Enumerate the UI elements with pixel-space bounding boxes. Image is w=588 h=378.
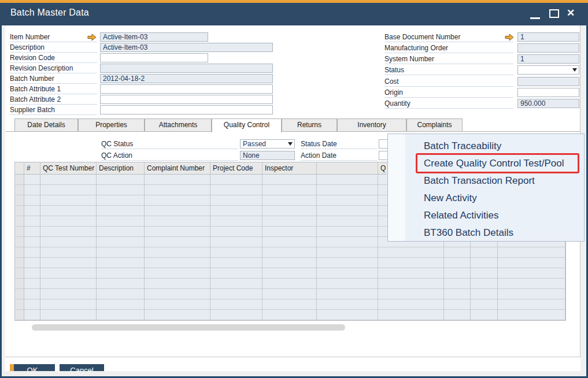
table-cell[interactable] xyxy=(97,279,145,289)
row-selector[interactable] xyxy=(15,237,24,247)
table-cell[interactable] xyxy=(471,247,498,258)
table-cell[interactable] xyxy=(317,237,378,247)
row-selector[interactable] xyxy=(15,258,24,268)
table-cell[interactable] xyxy=(498,279,565,289)
row-selector[interactable] xyxy=(15,268,24,279)
table-cell[interactable] xyxy=(97,175,145,185)
table-cell[interactable] xyxy=(498,247,565,258)
table-cell[interactable] xyxy=(262,175,317,185)
table-cell[interactable] xyxy=(145,258,210,268)
table-cell[interactable] xyxy=(24,247,40,258)
table-cell[interactable] xyxy=(444,247,471,258)
menu-item-new-activity[interactable]: New Activity xyxy=(424,190,477,207)
revision-code-field[interactable] xyxy=(100,53,208,62)
table-cell[interactable] xyxy=(40,195,97,206)
table-cell[interactable] xyxy=(145,175,210,185)
table-cell[interactable] xyxy=(40,258,97,268)
table-cell[interactable] xyxy=(444,279,471,289)
menu-item-batch-traceability[interactable]: Batch Traceability xyxy=(424,138,501,155)
table-cell[interactable] xyxy=(40,310,97,320)
table-cell[interactable] xyxy=(210,247,262,258)
batch-attribute-2-field[interactable] xyxy=(100,95,273,104)
table-cell[interactable] xyxy=(24,237,40,247)
table-cell[interactable] xyxy=(40,289,97,299)
status-dropdown[interactable] xyxy=(517,65,579,75)
table-cell[interactable] xyxy=(210,227,262,237)
table-cell[interactable] xyxy=(210,216,262,227)
table-cell[interactable] xyxy=(262,195,317,206)
table-cell[interactable] xyxy=(97,195,145,206)
table-cell[interactable] xyxy=(317,279,378,289)
table-cell[interactable] xyxy=(378,299,444,310)
table-cell[interactable] xyxy=(145,247,210,258)
row-selector[interactable] xyxy=(15,175,24,185)
table-cell[interactable] xyxy=(262,206,317,216)
table-cell[interactable] xyxy=(317,268,378,279)
table-cell[interactable] xyxy=(145,310,210,320)
table-cell[interactable] xyxy=(317,195,378,206)
table-cell[interactable] xyxy=(378,279,444,289)
table-cell[interactable] xyxy=(145,289,210,299)
qc-action-field[interactable]: None xyxy=(240,151,295,160)
batch-attribute-1-field[interactable] xyxy=(100,84,273,94)
table-cell[interactable] xyxy=(262,237,317,247)
table-cell[interactable] xyxy=(40,206,97,216)
table-cell[interactable] xyxy=(262,185,317,195)
table-cell[interactable] xyxy=(444,258,471,268)
row-selector[interactable] xyxy=(15,185,24,195)
table-cell[interactable] xyxy=(97,268,145,279)
table-cell[interactable] xyxy=(471,289,498,299)
table-cell[interactable] xyxy=(317,289,378,299)
table-cell[interactable] xyxy=(317,258,378,268)
table-cell[interactable] xyxy=(317,227,378,237)
table-cell[interactable] xyxy=(145,206,210,216)
table-cell[interactable] xyxy=(24,185,40,195)
tab-properties[interactable]: Properties xyxy=(78,118,145,132)
table-cell[interactable] xyxy=(317,216,378,227)
table-cell[interactable] xyxy=(317,299,378,310)
table-cell[interactable] xyxy=(24,227,40,237)
table-cell[interactable] xyxy=(262,310,317,320)
table-cell[interactable] xyxy=(317,206,378,216)
table-cell[interactable] xyxy=(444,310,471,320)
table-cell[interactable] xyxy=(317,175,378,185)
table-cell[interactable] xyxy=(24,175,40,185)
row-selector[interactable] xyxy=(15,216,24,227)
table-cell[interactable] xyxy=(145,299,210,310)
table-cell[interactable] xyxy=(210,279,262,289)
table-cell[interactable] xyxy=(317,247,378,258)
table-cell[interactable] xyxy=(24,299,40,310)
qc-status-dropdown[interactable]: Passed xyxy=(240,139,295,149)
table-cell[interactable] xyxy=(471,268,498,279)
table-cell[interactable] xyxy=(378,310,444,320)
table-cell[interactable] xyxy=(378,289,444,299)
table-cell[interactable] xyxy=(40,247,97,258)
minimize-button[interactable] xyxy=(530,17,540,19)
table-cell[interactable] xyxy=(97,247,145,258)
table-cell[interactable] xyxy=(262,299,317,310)
row-selector[interactable] xyxy=(15,310,24,320)
horizontal-scrollbar-thumb[interactable] xyxy=(32,324,345,331)
table-cell[interactable] xyxy=(97,206,145,216)
table-cell[interactable] xyxy=(444,268,471,279)
table-cell[interactable] xyxy=(24,268,40,279)
table-cell[interactable] xyxy=(317,310,378,320)
origin-field[interactable] xyxy=(517,88,579,97)
row-selector[interactable] xyxy=(15,279,24,289)
table-cell[interactable] xyxy=(210,195,262,206)
table-cell[interactable] xyxy=(210,289,262,299)
table-cell[interactable] xyxy=(145,279,210,289)
row-selector[interactable] xyxy=(15,299,24,310)
table-cell[interactable] xyxy=(40,216,97,227)
table-cell[interactable] xyxy=(24,258,40,268)
table-cell[interactable] xyxy=(24,279,40,289)
row-selector[interactable] xyxy=(15,195,24,206)
table-cell[interactable] xyxy=(210,268,262,279)
table-cell[interactable] xyxy=(24,289,40,299)
table-cell[interactable] xyxy=(262,279,317,289)
table-cell[interactable] xyxy=(262,227,317,237)
table-cell[interactable] xyxy=(471,310,498,320)
table-cell[interactable] xyxy=(40,279,97,289)
table-cell[interactable] xyxy=(145,185,210,195)
tab-complaints[interactable]: Complaints xyxy=(406,118,463,132)
